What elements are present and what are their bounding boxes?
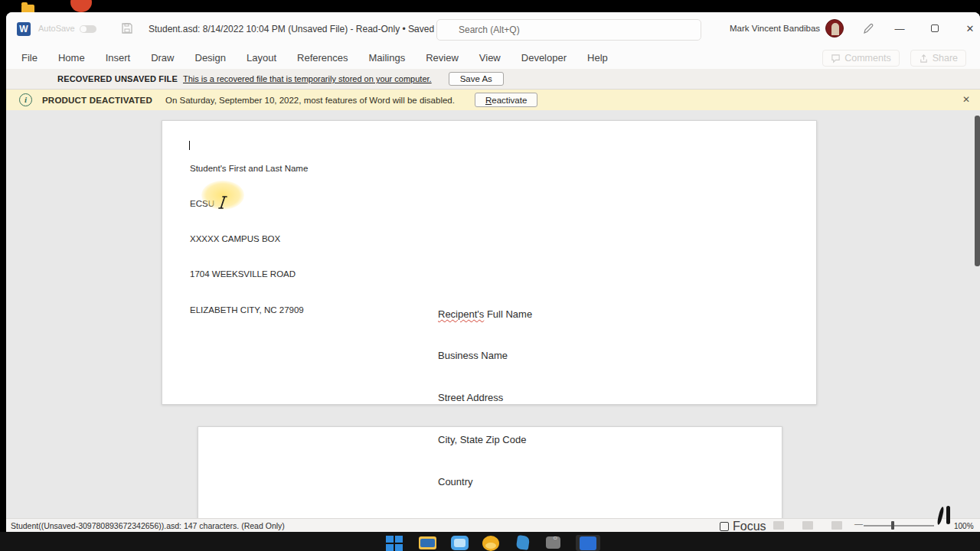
tab-draw[interactable]: Draw	[151, 52, 174, 64]
title-bar: W AutoSave Student.asd: 8/14/2022 10:04 …	[6, 12, 980, 46]
web-layout-icon[interactable]	[831, 521, 842, 530]
recipient-line: Business Name	[438, 349, 532, 363]
sender-line: ELIZABETH CITY, NC 27909	[190, 305, 308, 316]
recipient-line: Country	[438, 475, 532, 489]
recovered-banner-label: RECOVERED UNSAVED FILE	[57, 74, 178, 83]
tab-view[interactable]: View	[479, 52, 501, 64]
recovered-file-banner: RECOVERED UNSAVED FILE This is a recover…	[6, 69, 980, 90]
tab-review[interactable]: Review	[426, 52, 459, 64]
tab-mailings[interactable]: Mailings	[369, 52, 406, 64]
banner-close-icon[interactable]: ✕	[959, 92, 974, 107]
misspelled-word: Recipent's	[438, 308, 484, 320]
print-layout-icon[interactable]	[802, 521, 813, 530]
tab-help[interactable]: Help	[587, 52, 608, 64]
recipient-line: Recipent's Full Name	[438, 308, 532, 321]
document-canvas: Student's First and Last Name ECSU XXXXX…	[6, 110, 980, 518]
read-mode-icon[interactable]	[773, 521, 784, 530]
settings-app-icon[interactable]	[545, 535, 564, 551]
focus-icon	[720, 522, 729, 531]
recovered-banner-link[interactable]: This is a recovered file that is tempora…	[183, 74, 432, 83]
tab-file[interactable]: File	[21, 52, 38, 64]
tab-layout[interactable]: Layout	[247, 52, 276, 64]
sender-line: Student's First and Last Name	[190, 163, 308, 174]
account-name[interactable]: Mark Vincent Bandibas	[730, 24, 820, 33]
word-taskbar-icon-active[interactable]	[576, 535, 600, 551]
reactivate-button[interactable]: Reactivate	[475, 93, 537, 107]
close-button[interactable]: ✕	[959, 18, 980, 38]
share-button[interactable]: Share	[910, 50, 966, 67]
vertical-scrollbar-thumb[interactable]	[975, 116, 980, 266]
zoom-slider-track[interactable]	[864, 525, 934, 527]
recipient-line: City, State Zip Code	[438, 433, 532, 447]
product-deactivated-banner: i PRODUCT DEACTIVATED On Saturday, Septe…	[6, 90, 980, 110]
title-dropdown-chevron[interactable]: ⌄	[411, 24, 417, 32]
document-title: Student.asd: 8/14/2022 10:04 PM (Unsaved…	[149, 24, 434, 34]
zoom-percent-label[interactable]: 100%	[954, 522, 974, 530]
tab-references[interactable]: References	[297, 52, 348, 64]
start-button-icon[interactable]	[385, 535, 403, 551]
deactivated-banner-label: PRODUCT DEACTIVATED	[42, 96, 152, 105]
gold-circle-app-icon[interactable]	[482, 535, 501, 551]
tab-design[interactable]: Design	[195, 52, 226, 64]
save-icon[interactable]	[121, 22, 133, 34]
zoom-slider-handle[interactable]	[891, 521, 894, 530]
desktop-red-app-icon[interactable]	[70, 0, 92, 12]
comment-icon	[831, 54, 841, 64]
text-select-cursor-icon	[217, 196, 229, 210]
autosave-label: AutoSave	[38, 24, 75, 33]
recipient-line: Street Address	[438, 391, 532, 405]
pen-mode-icon[interactable]	[862, 22, 875, 35]
sender-line: XXXXX CAMPUS BOX	[190, 233, 308, 245]
maximize-button[interactable]	[923, 18, 946, 38]
browser-app-icon[interactable]	[451, 535, 469, 551]
deactivated-banner-message: On Saturday, September 10, 2022, most fe…	[165, 96, 455, 105]
share-icon	[919, 54, 929, 64]
word-logo-icon: W	[17, 22, 31, 36]
search-input[interactable]: Search (Alt+Q)	[436, 19, 701, 41]
tab-developer[interactable]: Developer	[521, 52, 567, 64]
ribbon-right-actions: Comments Share	[822, 50, 966, 67]
comments-button[interactable]: Comments	[822, 50, 899, 67]
word-window: W AutoSave Student.asd: 8/14/2022 10:04 …	[6, 12, 980, 532]
info-icon: i	[19, 93, 32, 106]
save-as-button[interactable]: Save As	[449, 72, 504, 86]
blue-app-icon[interactable]	[514, 535, 533, 551]
recipient-address-block[interactable]: Recipent's Full Name Business Name Stree…	[438, 279, 532, 517]
minimize-button[interactable]: —	[888, 18, 911, 38]
zoom-out-button[interactable]: —	[854, 519, 863, 528]
status-filename-text[interactable]: Student((Unsaved-309780893672342656)).as…	[11, 521, 285, 530]
sender-line: 1704 WEEKSVILLE ROAD	[190, 269, 308, 280]
taskbar: ^ US 05-Sep-22	[0, 532, 980, 551]
tab-insert[interactable]: Insert	[106, 52, 131, 64]
file-explorer-icon[interactable]	[419, 535, 437, 551]
sender-address-block[interactable]: Student's First and Last Name ECSU XXXXX…	[190, 139, 308, 340]
focus-button[interactable]: Focus	[720, 520, 766, 532]
autosave-toggle[interactable]	[80, 25, 96, 33]
avatar[interactable]	[825, 19, 844, 37]
tab-home[interactable]: Home	[58, 52, 85, 64]
